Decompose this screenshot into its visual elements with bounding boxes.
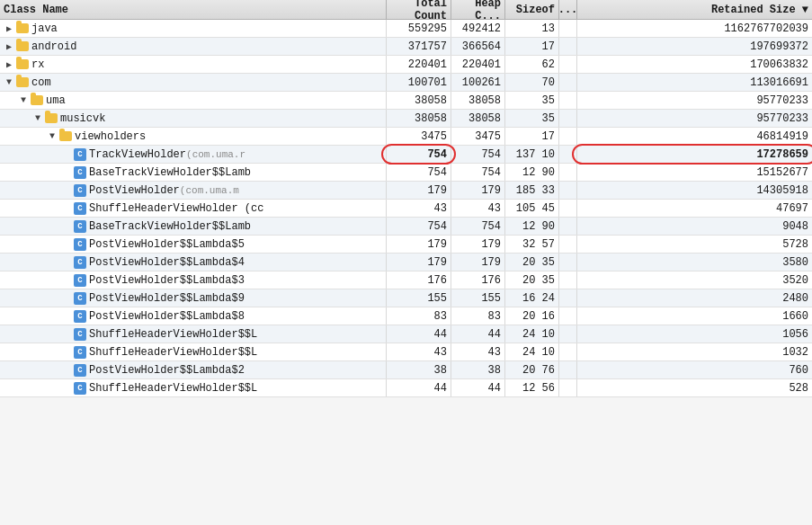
- cell-class-name[interactable]: java: [0, 20, 387, 37]
- expand-collapse-icon[interactable]: [4, 41, 14, 52]
- cell-retained-size: 9048: [577, 218, 812, 235]
- cell-class-name[interactable]: musicvk: [0, 110, 387, 127]
- expand-collapse-icon[interactable]: [61, 275, 72, 286]
- expand-collapse-icon[interactable]: [61, 383, 72, 394]
- table-row[interactable]: CPostViewHolder$$Lambda$2383820 76760: [0, 361, 812, 379]
- table-header: Class Name Total Count Heap C... Sizeof …: [0, 0, 812, 20]
- cell-class-name[interactable]: CBaseTrackViewHolder$$Lamb: [0, 218, 387, 235]
- cell-total-count: 44: [387, 325, 451, 343]
- table-row[interactable]: CPostViewHolder$$Lambda$915515516 242480: [0, 289, 812, 307]
- expand-collapse-icon[interactable]: [61, 167, 72, 178]
- expand-collapse-icon[interactable]: [47, 131, 58, 142]
- table-row[interactable]: CPostViewHolder$$Lambda$317617620 353520: [0, 271, 812, 289]
- table-row[interactable]: CTrackViewHolder (com.uma.r754754137 101…: [0, 146, 812, 164]
- folder-icon: [45, 113, 58, 123]
- cell-class-name[interactable]: CShuffleHeaderViewHolder$$L: [0, 379, 387, 396]
- table-row[interactable]: CBaseTrackViewHolder$$Lamb75475412 90151…: [0, 164, 812, 182]
- class-name-text: TrackViewHolder: [89, 148, 186, 161]
- header-heap-count[interactable]: Heap C...: [451, 0, 505, 19]
- expand-collapse-icon[interactable]: [61, 221, 72, 232]
- expand-collapse-icon[interactable]: [61, 347, 72, 358]
- table-row[interactable]: com10070110026170113016691: [0, 74, 812, 92]
- cell-class-name[interactable]: CPostViewHolder$$Lambda$9: [0, 289, 387, 307]
- header-total-count[interactable]: Total Count: [387, 0, 451, 19]
- table-row[interactable]: android37175736656417197699372: [0, 38, 812, 56]
- cell-total-count: 3475: [387, 128, 451, 145]
- expand-collapse-icon[interactable]: [61, 365, 72, 376]
- cell-total-count: 754: [387, 164, 451, 181]
- expand-collapse-icon[interactable]: [32, 113, 43, 124]
- expand-collapse-icon[interactable]: [61, 239, 72, 250]
- cell-sizeof: 24 10: [505, 343, 559, 360]
- class-name-text: PostViewHolder$$Lambda$5: [89, 238, 245, 251]
- cell-heap-count: 179: [451, 182, 505, 199]
- cell-class-name[interactable]: CBaseTrackViewHolder$$Lamb: [0, 164, 387, 181]
- cell-heap-count: 44: [451, 379, 505, 396]
- expand-collapse-icon[interactable]: [61, 311, 72, 322]
- class-icon: C: [74, 328, 86, 341]
- cell-sizeof: 105 45: [505, 200, 559, 217]
- table-row[interactable]: musicvk38058380583595770233: [0, 110, 812, 128]
- expand-collapse-icon[interactable]: [61, 203, 72, 214]
- cell-class-name[interactable]: CShuffleHeaderViewHolder (cc: [0, 200, 387, 217]
- table-row[interactable]: CShuffleHeaderViewHolder (cc4343105 4547…: [0, 200, 812, 218]
- cell-retained-size: 1660: [577, 307, 812, 325]
- expand-collapse-icon[interactable]: [4, 59, 14, 70]
- cell-class-name[interactable]: CPostViewHolder$$Lambda$2: [0, 361, 387, 378]
- cell-sizeof: 35: [505, 92, 559, 109]
- header-sizeof[interactable]: Sizeof: [505, 0, 559, 19]
- cell-dots: [559, 92, 577, 109]
- table-row[interactable]: CBaseTrackViewHolder$$Lamb75475412 90904…: [0, 218, 812, 236]
- cell-class-name[interactable]: CPostViewHolder$$Lambda$8: [0, 307, 387, 325]
- table-row[interactable]: uma38058380583595770233: [0, 92, 812, 110]
- cell-class-name[interactable]: CShuffleHeaderViewHolder$$L: [0, 325, 387, 343]
- table-row[interactable]: CPostViewHolder (com.uma.m179179185 3314…: [0, 182, 812, 200]
- cell-dots: [559, 128, 577, 145]
- table-row[interactable]: viewholders347534751746814919: [0, 128, 812, 146]
- cell-class-name[interactable]: viewholders: [0, 128, 387, 145]
- cell-class-name[interactable]: CPostViewHolder$$Lambda$5: [0, 236, 387, 253]
- cell-class-name[interactable]: com: [0, 74, 387, 91]
- cell-heap-count: 366564: [451, 38, 505, 55]
- cell-retained-size: 760: [577, 361, 812, 378]
- cell-heap-count: 100261: [451, 74, 505, 91]
- header-retained-size[interactable]: Retained Size ▼: [577, 0, 812, 19]
- table-row[interactable]: CShuffleHeaderViewHolder$$L434324 101032: [0, 343, 812, 361]
- cell-sizeof: 62: [505, 56, 559, 73]
- cell-sizeof: 35: [505, 110, 559, 127]
- cell-heap-count: 492412: [451, 20, 505, 37]
- table-row[interactable]: CPostViewHolder$$Lambda$417917920 353580: [0, 254, 812, 271]
- expand-collapse-icon[interactable]: [18, 95, 29, 106]
- expand-collapse-icon[interactable]: [4, 23, 14, 34]
- cell-class-name[interactable]: CShuffleHeaderViewHolder$$L: [0, 343, 387, 360]
- table-row[interactable]: CShuffleHeaderViewHolder$$L444424 101056: [0, 325, 812, 343]
- cell-heap-count: 754: [451, 164, 505, 181]
- expand-collapse-icon[interactable]: [61, 329, 72, 340]
- table-row[interactable]: CPostViewHolder$$Lambda$8838320 161660: [0, 307, 812, 325]
- cell-sizeof: 20 35: [505, 254, 559, 271]
- header-class-name[interactable]: Class Name: [0, 0, 387, 19]
- class-name-text: java: [31, 22, 58, 35]
- class-name-text: ShuffleHeaderViewHolder$$L: [89, 346, 257, 359]
- table-row[interactable]: CPostViewHolder$$Lambda$517917932 575728: [0, 236, 812, 254]
- expand-collapse-icon[interactable]: [61, 257, 72, 268]
- cell-total-count: 44: [387, 379, 451, 396]
- table-row[interactable]: java559295492412131162767702039: [0, 20, 812, 38]
- expand-collapse-icon[interactable]: [61, 293, 72, 304]
- cell-class-name[interactable]: rx: [0, 56, 387, 73]
- cell-class-name[interactable]: uma: [0, 92, 387, 109]
- cell-class-name[interactable]: android: [0, 38, 387, 55]
- expand-collapse-icon[interactable]: [4, 77, 14, 88]
- cell-class-name[interactable]: CPostViewHolder (com.uma.m: [0, 182, 387, 199]
- folder-icon: [16, 59, 29, 69]
- class-icon: C: [74, 256, 86, 269]
- cell-class-name[interactable]: CPostViewHolder$$Lambda$3: [0, 271, 387, 289]
- expand-collapse-icon[interactable]: [61, 185, 72, 196]
- table-row[interactable]: rx22040122040162170063832: [0, 56, 812, 74]
- cell-class-name[interactable]: CTrackViewHolder (com.uma.r: [0, 146, 387, 163]
- table-row[interactable]: CShuffleHeaderViewHolder$$L444412 56528: [0, 379, 812, 397]
- cell-class-name[interactable]: CPostViewHolder$$Lambda$4: [0, 254, 387, 271]
- cell-heap-count: 754: [451, 146, 505, 163]
- cell-retained-size: 1162767702039: [577, 20, 812, 37]
- expand-collapse-icon[interactable]: [61, 149, 72, 160]
